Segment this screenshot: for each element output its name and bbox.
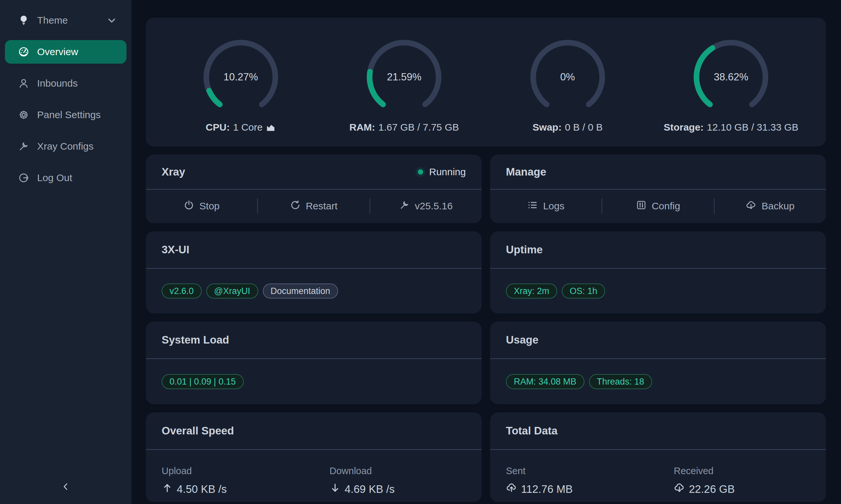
backup-button[interactable]: Backup	[715, 190, 826, 222]
card-title: Manage	[506, 166, 546, 178]
power-icon	[184, 200, 194, 213]
swap-percent: 0%	[525, 34, 611, 120]
sidebar-nav: Theme Overview Inbounds	[0, 8, 132, 198]
overall-speed-card: Overall Speed Upload 4.50 KB /s Download	[146, 412, 482, 502]
sidebar-item-theme[interactable]: Theme	[5, 8, 126, 32]
cloud-upload-icon	[506, 482, 517, 496]
wrench-icon	[399, 200, 410, 213]
sidebar-collapse-button[interactable]	[0, 478, 132, 496]
sidebar-item-label: Log Out	[37, 172, 117, 183]
swap-label: Swap: 0 B / 0 B	[533, 122, 602, 133]
config-button[interactable]: Config	[602, 190, 714, 222]
card-title: Uptime	[506, 244, 543, 256]
cpu-percent: 10.27%	[198, 34, 284, 120]
load-average-tag: 0.01 | 0.09 | 0.15	[161, 374, 244, 389]
sidebar-item-xray-configs[interactable]: Xray Configs	[5, 134, 126, 158]
usage-card: Usage RAM: 34.08 MB Threads: 18	[490, 322, 826, 404]
user-icon	[18, 78, 29, 89]
xray-uptime-tag: Xray: 2m	[506, 284, 557, 299]
card-title: Usage	[506, 334, 538, 346]
chevron-down-icon	[106, 15, 117, 26]
sidebar-item-inbounds[interactable]: Inbounds	[5, 72, 126, 95]
card-title: Xray	[161, 166, 185, 178]
cpu-gauge: 10.27% CPU: 1 Core	[159, 34, 323, 133]
sidebar-item-panel-settings[interactable]: Panel Settings	[5, 103, 126, 127]
sidebar: Theme Overview Inbounds	[0, 0, 132, 504]
sidebar-item-label: Panel Settings	[37, 109, 117, 121]
sidebar-item-log-out[interactable]: Log Out	[5, 166, 126, 190]
xray-card: Xray Running Stop	[146, 155, 482, 223]
swap-gauge: 0% Swap: 0 B / 0 B	[486, 34, 650, 133]
running-dot-icon	[418, 169, 423, 175]
xui-card: 3X-UI v2.6.0 @XrayUI Documentation	[146, 231, 482, 313]
total-data-card: Total Data Sent 112.76 MB Received	[490, 412, 826, 502]
arrow-up-icon	[161, 482, 173, 496]
storage-percent: 38.62%	[688, 34, 774, 120]
storage-label: Storage: 12.10 GB / 31.33 GB	[664, 122, 798, 133]
cloud-download-icon	[674, 482, 685, 496]
upload-stat: Upload 4.50 KB /s	[146, 466, 314, 502]
sidebar-item-label: Overview	[37, 46, 117, 57]
card-title: Overall Speed	[161, 425, 234, 437]
list-icon	[527, 200, 538, 213]
ram-percent: 21.59%	[361, 34, 447, 120]
cpu-label: CPU: 1 Core	[206, 122, 276, 133]
ram-usage-tag: RAM: 34.08 MB	[506, 374, 584, 389]
system-load-card: System Load 0.01 | 0.09 | 0.15	[146, 322, 482, 404]
documentation-link-tag[interactable]: Documentation	[263, 284, 338, 299]
manage-card: Manage Logs Config	[490, 155, 826, 223]
version-tag: v2.6.0	[161, 284, 202, 299]
sidebar-item-label: Theme	[37, 15, 98, 26]
sliders-icon	[636, 200, 647, 213]
arrow-down-icon	[329, 482, 341, 496]
received-stat: Received 22.26 GB	[658, 466, 826, 502]
restart-button[interactable]: Restart	[258, 190, 369, 222]
wrench-icon	[18, 141, 29, 152]
system-metrics-card: 10.27% CPU: 1 Core 21.59% RAM: 1.67 GB	[146, 18, 826, 146]
dashboard-icon	[18, 46, 29, 57]
download-stat: Download 4.69 KB /s	[314, 466, 482, 502]
sidebar-item-overview[interactable]: Overview	[5, 40, 126, 64]
area-chart-icon[interactable]	[266, 122, 276, 132]
restart-icon	[290, 200, 301, 213]
ram-label: RAM: 1.67 GB / 7.75 GB	[349, 122, 459, 133]
cloud-download-icon	[746, 200, 756, 213]
card-title: 3X-UI	[161, 244, 189, 256]
sidebar-item-label: Xray Configs	[37, 141, 117, 152]
stop-button[interactable]: Stop	[146, 190, 257, 222]
card-title: Total Data	[506, 425, 557, 437]
chevron-left-icon	[61, 481, 71, 493]
xray-actions: Stop Restart v25.5.16	[146, 190, 482, 222]
telegram-link-tag[interactable]: @XrayUI	[206, 284, 258, 299]
sent-stat: Sent 112.76 MB	[490, 466, 658, 502]
card-title: System Load	[161, 334, 229, 346]
uptime-card: Uptime Xray: 2m OS: 1h	[490, 231, 826, 313]
logs-button[interactable]: Logs	[490, 190, 601, 222]
ram-gauge: 21.59% RAM: 1.67 GB / 7.75 GB	[323, 34, 486, 133]
bulb-icon	[18, 15, 29, 26]
logout-icon	[18, 172, 29, 183]
sidebar-item-label: Inbounds	[37, 78, 117, 89]
main-content: 10.27% CPU: 1 Core 21.59% RAM: 1.67 GB	[132, 0, 841, 504]
storage-gauge: 38.62% Storage: 12.10 GB / 31.33 GB	[650, 34, 813, 133]
xray-version-button[interactable]: v25.5.16	[370, 190, 482, 222]
threads-tag: Threads: 18	[589, 374, 652, 389]
manage-actions: Logs Config Backup	[490, 190, 826, 222]
xray-status-badge: Running	[418, 166, 466, 178]
gear-icon	[18, 109, 29, 121]
os-uptime-tag: OS: 1h	[562, 284, 605, 299]
